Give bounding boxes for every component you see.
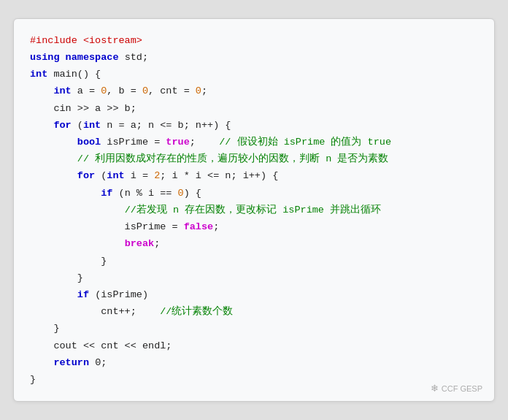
code-line: isPrime = false;: [30, 218, 478, 235]
code-token: [30, 238, 125, 249]
code-token: return: [53, 357, 95, 368]
code-token: [30, 289, 77, 300]
code-token: cout << cnt << endl;: [30, 340, 172, 351]
code-token: for: [77, 170, 101, 181]
code-token: #include <iostream>: [30, 35, 142, 46]
code-line: using namespace std;: [30, 49, 478, 66]
code-token: main() {: [53, 69, 101, 80]
code-token: ;: [154, 238, 160, 249]
code-line: cout << cnt << endl;: [30, 337, 478, 354]
code-token: // 假设初始 isPrime 的值为 true: [219, 137, 391, 148]
code-line: }: [30, 371, 478, 388]
code-token: int: [30, 69, 53, 80]
code-token: cnt++;: [30, 306, 160, 317]
code-line: if (n % i == 0) {: [30, 185, 478, 202]
code-token: using: [30, 52, 66, 63]
code-token: break: [125, 238, 155, 249]
code-token: ;: [190, 137, 220, 148]
code-line: bool isPrime = true; // 假设初始 isPrime 的值为…: [30, 134, 478, 150]
code-line: for (int i = 2; i * i <= n; i++) {: [30, 167, 478, 184]
code-token: int: [107, 170, 130, 181]
code-token: ;: [201, 85, 207, 96]
code-token: [30, 188, 101, 199]
watermark-text: CCF GESP: [442, 384, 482, 393]
code-token: //若发现 n 存在因数，更改标记 isPrime 并跳出循环: [125, 205, 381, 215]
code-block: #include <iostream>using namespace std;i…: [30, 32, 478, 389]
code-token: 0: [196, 85, 201, 96]
code-token: i =: [131, 170, 154, 181]
code-token: if: [101, 188, 118, 199]
code-token: [30, 153, 77, 164]
code-token: int: [83, 120, 107, 131]
code-line: //若发现 n 存在因数，更改标记 isPrime 并跳出循环: [30, 202, 478, 218]
code-line: }: [30, 320, 478, 337]
code-token: //统计素数个数: [160, 306, 233, 317]
code-line: #include <iostream>: [30, 32, 478, 49]
watermark: ❄ CCF GESP: [431, 383, 482, 394]
code-token: if: [77, 289, 95, 300]
code-line: for (int n = a; n <= b; n++) {: [30, 117, 478, 134]
code-token: isPrime =: [107, 137, 166, 148]
code-token: a =: [77, 85, 101, 96]
code-token: }: [30, 323, 60, 334]
code-token: , cnt =: [148, 85, 196, 96]
code-token: ) {: [184, 188, 201, 199]
code-token: isPrime =: [30, 221, 184, 232]
code-token: (isPrime): [95, 289, 148, 300]
code-token: n = a; n <= b; n++) {: [107, 120, 231, 131]
code-token: }: [30, 256, 107, 267]
code-token: for: [53, 120, 77, 131]
code-line: int main() {: [30, 66, 478, 83]
code-container: #include <iostream>using namespace std;i…: [13, 18, 495, 402]
code-token: , b =: [107, 85, 142, 96]
code-token: 0: [142, 85, 148, 96]
code-token: 0;: [95, 357, 107, 368]
code-token: [30, 170, 77, 181]
code-line: if (isPrime): [30, 286, 478, 303]
code-line: // 利用因数成对存在的性质，遍历较小的因数，判断 n 是否为素数: [30, 150, 478, 167]
code-token: }: [30, 272, 83, 283]
code-token: false: [184, 221, 214, 232]
code-token: [30, 137, 77, 148]
watermark-icon: ❄: [431, 383, 439, 394]
code-line: }: [30, 253, 478, 270]
code-token: int: [53, 85, 77, 96]
code-token: 0: [178, 188, 184, 199]
code-line: }: [30, 270, 478, 286]
code-token: namespace: [66, 52, 125, 63]
code-token: bool: [77, 137, 107, 148]
code-token: cin >> a >> b;: [30, 103, 136, 114]
code-token: }: [30, 374, 36, 385]
code-token: std;: [125, 52, 148, 63]
code-token: (n % i ==: [119, 188, 178, 199]
code-token: (: [77, 120, 83, 131]
code-line: cin >> a >> b;: [30, 100, 478, 117]
code-token: [30, 205, 125, 215]
code-line: cnt++; //统计素数个数: [30, 303, 478, 320]
code-line: int a = 0, b = 0, cnt = 0;: [30, 83, 478, 99]
code-token: [30, 357, 53, 368]
code-token: [30, 120, 53, 131]
code-line: break;: [30, 235, 478, 252]
code-token: ;: [213, 221, 219, 232]
code-token: [30, 85, 53, 96]
code-token: // 利用因数成对存在的性质，遍历较小的因数，判断 n 是否为素数: [77, 153, 389, 164]
code-line: return 0;: [30, 354, 478, 371]
code-token: true: [166, 137, 189, 148]
code-token: ; i * i <= n; i++) {: [160, 170, 278, 181]
